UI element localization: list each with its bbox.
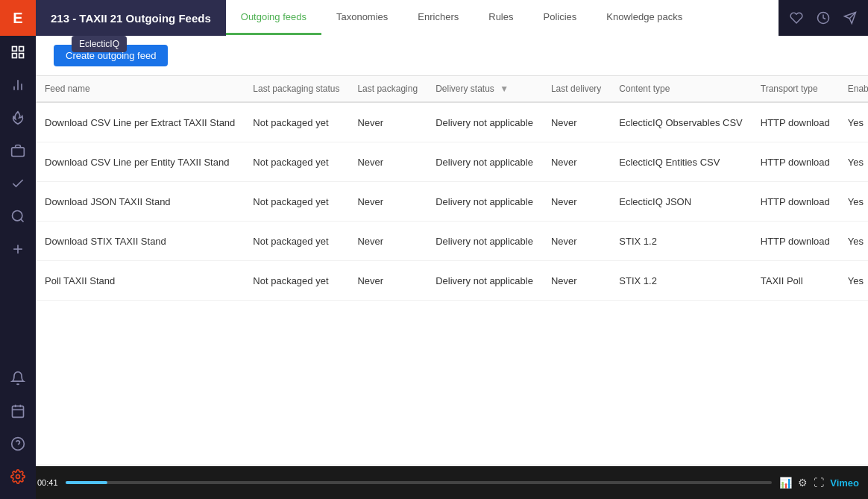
cell-transport-type: HTTP download bbox=[752, 102, 839, 142]
sidebar: E bbox=[0, 0, 36, 499]
tab-taxonomies[interactable]: Taxonomies bbox=[321, 1, 403, 35]
sidebar-item-analytics[interactable] bbox=[0, 69, 36, 101]
video-time: 00:41 bbox=[37, 478, 58, 487]
main-content: 213 - TAXII 21 Outgoing Feeds Outgoing f… bbox=[36, 0, 868, 499]
cell-transport-type: HTTP download bbox=[752, 222, 839, 261]
col-header-enabled: Enabled bbox=[839, 76, 868, 102]
table-header-row: Feed name Last packaging status Last pac… bbox=[36, 76, 868, 102]
cell-last-delivery: Never bbox=[542, 102, 610, 142]
volume-icon[interactable]: 📊 bbox=[779, 477, 792, 489]
svg-rect-1 bbox=[19, 47, 24, 51]
tab-enrichers[interactable]: Enrichers bbox=[403, 1, 474, 35]
cell-feed-name: Download JSON TAXII Stand bbox=[36, 182, 244, 222]
cell-feed-name: Download STIX TAXII Stand bbox=[36, 222, 244, 261]
cell-feed-name: Download CSV Line per Entity TAXII Stand bbox=[36, 142, 244, 182]
cell-transport-type: HTTP download bbox=[752, 142, 839, 182]
history-icon[interactable] bbox=[811, 6, 835, 30]
cell-enabled: Yes bbox=[839, 142, 868, 182]
svg-rect-12 bbox=[13, 406, 24, 417]
cell-last-delivery: Never bbox=[542, 142, 610, 182]
sidebar-item-add[interactable] bbox=[0, 233, 36, 266]
table-row: Download CSV Line per Extract TAXII Stan… bbox=[36, 102, 868, 142]
vimeo-logo: Vimeo bbox=[830, 477, 859, 489]
cell-last-packaging: Never bbox=[348, 102, 427, 142]
sidebar-help[interactable] bbox=[0, 427, 36, 460]
cell-delivery-status: Delivery not applicable bbox=[427, 142, 542, 182]
tab-outgoing-feeds[interactable]: Outgoing feeds bbox=[226, 1, 321, 35]
svg-rect-7 bbox=[12, 148, 25, 157]
fullscreen-icon[interactable]: ⛶ bbox=[814, 477, 824, 489]
toolbar: Create outgoing feed bbox=[36, 36, 868, 76]
sidebar-item-dashboard[interactable] bbox=[0, 36, 36, 69]
sidebar-logo[interactable]: E bbox=[0, 0, 36, 36]
sidebar-settings[interactable] bbox=[0, 460, 36, 493]
svg-point-8 bbox=[13, 211, 22, 221]
video-progress-fill bbox=[66, 481, 108, 484]
video-bar: ▶ 00:41 📊 ⚙ ⛶ Vimeo bbox=[36, 466, 868, 499]
svg-rect-3 bbox=[19, 54, 24, 58]
video-progress-bar[interactable] bbox=[66, 481, 773, 484]
cell-enabled: Yes bbox=[839, 102, 868, 142]
export-icon[interactable] bbox=[838, 6, 862, 30]
sidebar-item-search[interactable] bbox=[0, 200, 36, 233]
sidebar-item-fire[interactable] bbox=[0, 101, 36, 134]
cell-content-type: STIX 1.2 bbox=[610, 261, 751, 301]
cell-last-packaging-status: Not packaged yet bbox=[244, 142, 348, 182]
svg-point-18 bbox=[16, 475, 20, 479]
cell-last-packaging: Never bbox=[348, 182, 427, 222]
sort-icon: ▼ bbox=[500, 84, 509, 94]
page-title: 213 - TAXII 21 Outgoing Feeds bbox=[36, 0, 226, 36]
settings-video-icon[interactable]: ⚙ bbox=[798, 477, 808, 489]
cell-last-packaging-status: Not packaged yet bbox=[244, 182, 348, 222]
sidebar-item-check[interactable] bbox=[0, 167, 36, 200]
cell-transport-type: TAXII Poll bbox=[752, 261, 839, 301]
cell-delivery-status: Delivery not applicable bbox=[427, 182, 542, 222]
feeds-table: Feed name Last packaging status Last pac… bbox=[36, 76, 868, 301]
cell-last-packaging-status: Not packaged yet bbox=[244, 222, 348, 261]
tab-policies[interactable]: Policies bbox=[529, 1, 592, 35]
tab-rules[interactable]: Rules bbox=[474, 1, 528, 35]
eclecticiq-tooltip: EclecticIQ bbox=[72, 36, 127, 52]
table-row: Download CSV Line per Entity TAXII Stand… bbox=[36, 142, 868, 182]
cell-last-delivery: Never bbox=[542, 222, 610, 261]
sidebar-calendar[interactable] bbox=[0, 395, 36, 427]
cell-transport-type: HTTP download bbox=[752, 182, 839, 222]
cell-last-packaging: Never bbox=[348, 222, 427, 261]
header-actions bbox=[779, 0, 868, 36]
sidebar-notifications[interactable] bbox=[0, 362, 36, 395]
cell-last-packaging: Never bbox=[348, 142, 427, 182]
col-header-last-delivery: Last delivery bbox=[542, 76, 610, 102]
cell-enabled: Yes bbox=[839, 261, 868, 301]
cell-enabled: Yes bbox=[839, 182, 868, 222]
svg-rect-0 bbox=[13, 47, 17, 51]
cell-feed-name: Download CSV Line per Extract TAXII Stan… bbox=[36, 102, 244, 142]
col-header-last-packaging: Last packaging bbox=[348, 76, 427, 102]
col-header-feed-name: Feed name bbox=[36, 76, 244, 102]
col-header-delivery-status[interactable]: Delivery status ▼ bbox=[427, 76, 542, 102]
tab-bar: Outgoing feeds Taxonomies Enrichers Rule… bbox=[226, 0, 779, 36]
table-row: Download JSON TAXII Stand Not packaged y… bbox=[36, 182, 868, 222]
feeds-table-container: Feed name Last packaging status Last pac… bbox=[36, 76, 868, 465]
sidebar-bottom bbox=[0, 362, 36, 499]
cell-last-packaging: Never bbox=[348, 261, 427, 301]
tab-knowledge-packs[interactable]: Knowledge packs bbox=[591, 1, 697, 35]
cell-delivery-status: Delivery not applicable bbox=[427, 222, 542, 261]
col-header-content-type: Content type bbox=[610, 76, 751, 102]
favorite-icon[interactable] bbox=[784, 6, 808, 30]
cell-content-type: EclecticIQ Entities CSV bbox=[610, 142, 751, 182]
cell-delivery-status: Delivery not applicable bbox=[427, 102, 542, 142]
sidebar-item-cases[interactable] bbox=[0, 134, 36, 167]
cell-last-packaging-status: Not packaged yet bbox=[244, 102, 348, 142]
cell-last-delivery: Never bbox=[542, 182, 610, 222]
col-header-last-packaging-status: Last packaging status bbox=[244, 76, 348, 102]
cell-last-delivery: Never bbox=[542, 261, 610, 301]
table-row: Poll TAXII Stand Not packaged yet Never … bbox=[36, 261, 868, 301]
table-row: Download STIX TAXII Stand Not packaged y… bbox=[36, 222, 868, 261]
cell-delivery-status: Delivery not applicable bbox=[427, 261, 542, 301]
cell-content-type: STIX 1.2 bbox=[610, 222, 751, 261]
video-controls: 📊 ⚙ ⛶ Vimeo bbox=[779, 477, 859, 489]
cell-content-type: EclecticIQ Observables CSV bbox=[610, 102, 751, 142]
cell-enabled: Yes bbox=[839, 222, 868, 261]
cell-content-type: EclecticIQ JSON bbox=[610, 182, 751, 222]
cell-last-packaging-status: Not packaged yet bbox=[244, 261, 348, 301]
